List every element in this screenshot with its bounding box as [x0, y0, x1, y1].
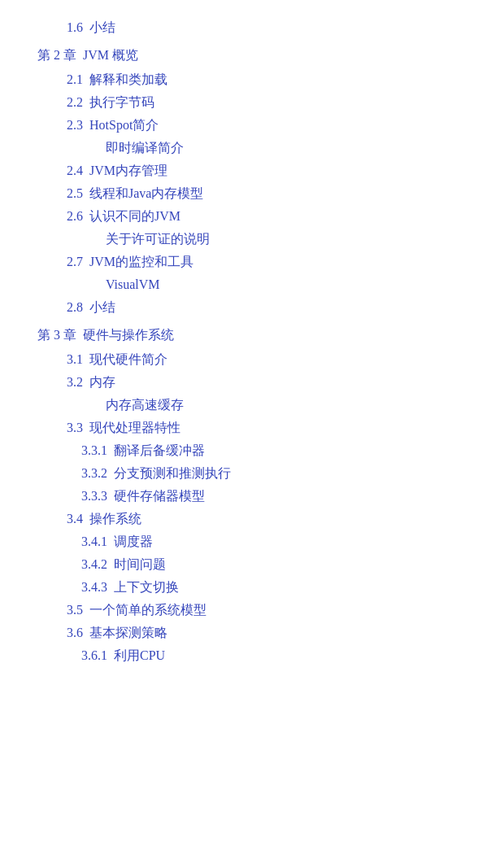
toc-sub-label: 即时编译简介 — [106, 137, 184, 159]
toc-section-label: 一个简单的系统模型 — [89, 599, 207, 622]
toc-subsection-label: 利用CPU — [114, 644, 165, 667]
toc-section-label: 内存 — [89, 371, 115, 394]
toc-entry[interactable]: 3.3现代处理器特性 — [24, 417, 463, 439]
toc-subsection-num: 3.4.1 — [24, 530, 114, 553]
toc-chapter-num: 第 3 章 — [24, 324, 83, 347]
toc-section-label: 小结 — [89, 296, 115, 319]
toc-entry[interactable]: 3.1现代硬件简介 — [24, 348, 463, 371]
toc-sub-label: 关于许可证的说明 — [106, 228, 210, 251]
toc-entry[interactable]: 2.5线程和Java内存模型 — [24, 182, 463, 205]
toc-container: 1.6小结第 2 章JVM 概览2.1解释和类加载2.2执行字节码2.3HotS… — [24, 16, 463, 667]
toc-sub-label: VisualVM — [106, 273, 160, 296]
toc-section-num: 2.1 — [24, 68, 89, 91]
toc-entry[interactable]: 2.7JVM的监控和工具 — [24, 251, 463, 273]
toc-entry[interactable]: VisualVM — [24, 273, 463, 296]
toc-entry[interactable]: 2.3HotSpot简介 — [24, 114, 463, 137]
toc-entry[interactable]: 3.4.2时间问题 — [24, 553, 463, 576]
toc-section-num: 3.1 — [24, 348, 89, 371]
toc-entry[interactable]: 2.1解释和类加载 — [24, 68, 463, 91]
toc-section-label: 小结 — [89, 16, 115, 39]
toc-section-num: 2.8 — [24, 296, 89, 319]
toc-subsection-num: 3.4.2 — [24, 553, 114, 576]
toc-entry[interactable]: 即时编译简介 — [24, 137, 463, 159]
toc-section-num: 3.3 — [24, 417, 89, 439]
toc-entry[interactable]: 第 3 章硬件与操作系统 — [24, 324, 463, 347]
toc-entry[interactable]: 第 2 章JVM 概览 — [24, 44, 463, 67]
toc-section-label: 认识不同的JVM — [89, 205, 180, 228]
toc-entry[interactable]: 3.5一个简单的系统模型 — [24, 599, 463, 622]
toc-entry[interactable]: 3.3.1翻译后备缓冲器 — [24, 439, 463, 462]
toc-chapter-label: JVM 概览 — [83, 44, 138, 67]
toc-subsection-label: 分支预测和推测执行 — [114, 462, 231, 485]
toc-section-num: 2.2 — [24, 91, 89, 114]
toc-entry[interactable]: 2.4JVM内存管理 — [24, 159, 463, 182]
toc-entry[interactable]: 关于许可证的说明 — [24, 228, 463, 251]
toc-entry[interactable]: 3.4操作系统 — [24, 508, 463, 530]
toc-section-num: 3.4 — [24, 508, 89, 530]
toc-subsection-label: 翻译后备缓冲器 — [114, 439, 205, 462]
toc-section-num: 2.6 — [24, 205, 89, 228]
toc-subsection-label: 硬件存储器模型 — [114, 485, 205, 508]
toc-entry[interactable]: 内存高速缓存 — [24, 394, 463, 417]
toc-entry[interactable]: 3.3.3硬件存储器模型 — [24, 485, 463, 508]
toc-section-label: 执行字节码 — [89, 91, 154, 114]
toc-section-num: 1.6 — [24, 16, 89, 39]
toc-chapter-num: 第 2 章 — [24, 44, 83, 67]
toc-section-num: 3.5 — [24, 599, 89, 622]
toc-section-label: JVM内存管理 — [89, 159, 167, 182]
toc-entry[interactable]: 3.4.3上下文切换 — [24, 576, 463, 599]
toc-entry[interactable]: 2.2执行字节码 — [24, 91, 463, 114]
toc-section-num: 3.6 — [24, 622, 89, 644]
toc-subsection-label: 调度器 — [114, 530, 153, 553]
toc-entry[interactable]: 3.6基本探测策略 — [24, 622, 463, 644]
toc-section-num: 2.5 — [24, 182, 89, 205]
toc-entry[interactable]: 2.8小结 — [24, 296, 463, 319]
toc-entry[interactable]: 3.2内存 — [24, 371, 463, 394]
toc-entry[interactable]: 3.4.1调度器 — [24, 530, 463, 553]
toc-section-label: HotSpot简介 — [89, 114, 159, 137]
toc-section-label: 解释和类加载 — [89, 68, 167, 91]
toc-subsection-num: 3.4.3 — [24, 576, 114, 599]
toc-sub-label: 内存高速缓存 — [106, 394, 184, 417]
toc-chapter-label: 硬件与操作系统 — [83, 324, 174, 347]
toc-subsection-num: 3.6.1 — [24, 644, 114, 667]
toc-section-num: 2.4 — [24, 159, 89, 182]
toc-section-label: 基本探测策略 — [89, 622, 167, 644]
toc-section-label: 现代硬件简介 — [89, 348, 167, 371]
toc-section-label: JVM的监控和工具 — [89, 251, 193, 273]
toc-subsection-num: 3.3.3 — [24, 485, 114, 508]
toc-section-label: 线程和Java内存模型 — [89, 182, 203, 205]
toc-section-num: 2.7 — [24, 251, 89, 273]
toc-subsection-num: 3.3.1 — [24, 439, 114, 462]
toc-entry[interactable]: 1.6小结 — [24, 16, 463, 39]
toc-entry[interactable]: 3.6.1利用CPU — [24, 644, 463, 667]
toc-section-num: 3.2 — [24, 371, 89, 394]
toc-subsection-label: 上下文切换 — [114, 576, 179, 599]
toc-entry[interactable]: 2.6认识不同的JVM — [24, 205, 463, 228]
toc-entry[interactable]: 3.3.2分支预测和推测执行 — [24, 462, 463, 485]
toc-section-num: 2.3 — [24, 114, 89, 137]
toc-section-label: 现代处理器特性 — [89, 417, 180, 439]
toc-subsection-num: 3.3.2 — [24, 462, 114, 485]
toc-section-label: 操作系统 — [89, 508, 141, 530]
toc-subsection-label: 时间问题 — [114, 553, 166, 576]
